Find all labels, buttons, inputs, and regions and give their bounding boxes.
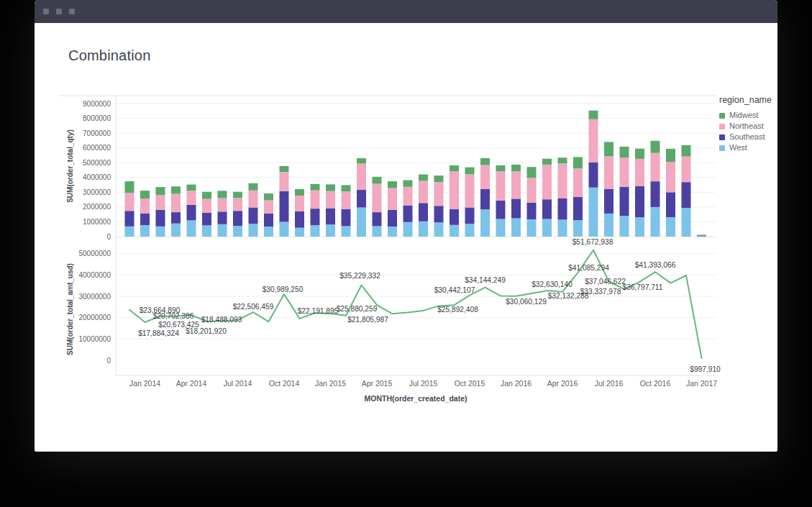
- bar-segment-midwest-dec-2015[interactable]: [496, 165, 506, 171]
- bar-segment-northeast-sep-2016[interactable]: [635, 159, 644, 186]
- bar-segment-southeast-jul-2015[interactable]: [419, 203, 428, 221]
- bar-segment-northeast-aug-2014[interactable]: [249, 191, 258, 208]
- bar-segment-midwest-feb-2016[interactable]: [527, 167, 537, 178]
- bar-segment-midwest-may-2016[interactable]: [573, 157, 583, 168]
- bar-segment-southeast-sep-2015[interactable]: [450, 209, 459, 225]
- bar-segment-southeast-mar-2016[interactable]: [542, 199, 552, 219]
- bar-segment-northeast-aug-2015[interactable]: [434, 182, 444, 206]
- bar-segment-southeast-nov-2015[interactable]: [480, 189, 490, 209]
- bar-segment-west-may-2014[interactable]: [202, 225, 211, 237]
- bar-segment-northeast-mar-2016[interactable]: [542, 165, 552, 199]
- bar-segment-northeast-feb-2015[interactable]: [342, 191, 351, 209]
- bar-segment-west-mar-2014[interactable]: [171, 224, 181, 237]
- bar-segment-midwest-dec-2016[interactable]: [682, 145, 691, 157]
- bar-segment-midwest-mar-2014[interactable]: [171, 186, 181, 193]
- bar-segment-midwest-dec-2013[interactable]: [125, 181, 134, 193]
- bar-segment-midwest-oct-2016[interactable]: [651, 141, 660, 153]
- bar-segment-west-sep-2014[interactable]: [264, 227, 273, 237]
- bar-segment-west-jan-2015[interactable]: [326, 224, 335, 237]
- bar-segment-northeast-aug-2016[interactable]: [620, 157, 629, 187]
- bar-segment-southeast-mar-2014[interactable]: [171, 212, 181, 224]
- bar-segment-west-nov-2016[interactable]: [666, 217, 675, 237]
- bar-segment-west-apr-2015[interactable]: [373, 226, 382, 237]
- bar-segment-southeast-oct-2014[interactable]: [280, 191, 289, 222]
- bar-segment-west-jul-2015[interactable]: [419, 221, 428, 237]
- bar-segment-west-aug-2016[interactable]: [620, 216, 629, 237]
- bar-segment-northeast-mar-2014[interactable]: [171, 193, 181, 212]
- bar-segment-northeast-oct-2016[interactable]: [651, 153, 660, 182]
- bar-segment-northeast-apr-2015[interactable]: [373, 183, 382, 212]
- bar-segment-northeast-nov-2015[interactable]: [480, 165, 490, 189]
- bar-segment-west-jun-2014[interactable]: [218, 224, 227, 237]
- bar-segment-northeast-dec-2016[interactable]: [682, 157, 691, 183]
- bar-segment-southeast-sep-2014[interactable]: [264, 214, 273, 227]
- window-button-1-icon[interactable]: [43, 9, 49, 14]
- bar-segment-northeast-jul-2014[interactable]: [233, 198, 242, 211]
- bar-segment-midwest-jan-2016[interactable]: [511, 165, 521, 171]
- bar-segment-midwest-jan-2014[interactable]: [140, 191, 150, 198]
- bar-segment-midwest-oct-2015[interactable]: [465, 168, 475, 175]
- bar-segment-west-may-2016[interactable]: [573, 220, 583, 237]
- bar-segment-west-feb-2014[interactable]: [156, 227, 165, 237]
- bar-segment-southeast-dec-2015[interactable]: [496, 201, 506, 219]
- bar-segment-southeast-feb-2015[interactable]: [342, 209, 351, 227]
- bar-segment-midwest-aug-2016[interactable]: [620, 147, 629, 157]
- bar-segment-southeast-nov-2014[interactable]: [295, 211, 304, 228]
- bar-segment-west-jan-2014[interactable]: [140, 225, 150, 237]
- bar-segment-southeast-oct-2016[interactable]: [651, 181, 660, 207]
- bar-segment-west-may-2015[interactable]: [388, 227, 397, 237]
- bar-segment-northeast-jul-2016[interactable]: [604, 157, 613, 189]
- bar-segment-northeast-may-2015[interactable]: [388, 188, 397, 209]
- bar-segment-southeast-may-2016[interactable]: [573, 197, 583, 220]
- window-button-2-icon[interactable]: [56, 9, 62, 14]
- bar-segment-northeast-may-2016[interactable]: [573, 168, 583, 197]
- bar-segment-midwest-mar-2016[interactable]: [542, 159, 552, 165]
- bar-segment-southeast-apr-2016[interactable]: [558, 198, 567, 220]
- bar-segment-west-oct-2016[interactable]: [651, 207, 660, 237]
- bar-segment-northeast-jan-2016[interactable]: [511, 171, 521, 198]
- bar-segment-midwest-nov-2014[interactable]: [295, 189, 304, 196]
- legend-item-midwest[interactable]: Midwest: [719, 111, 777, 119]
- bar-segment-west-sep-2015[interactable]: [450, 225, 459, 237]
- bar-segment-southeast-jul-2014[interactable]: [233, 211, 242, 226]
- bar-segment-southeast-jun-2014[interactable]: [218, 211, 227, 224]
- bar-segment-midwest-feb-2015[interactable]: [342, 186, 351, 192]
- bar-segment-northeast-oct-2015[interactable]: [465, 175, 475, 208]
- bar-segment-southeast-nov-2016[interactable]: [666, 192, 675, 217]
- bar-segment-southeast-jun-2016[interactable]: [589, 163, 598, 188]
- bar-segment-southeast-jul-2016[interactable]: [604, 189, 613, 214]
- bar-segment-southeast-mar-2015[interactable]: [357, 190, 366, 208]
- bar-segment-midwest-jan-2017[interactable]: [697, 235, 706, 236]
- bar-segment-west-jul-2016[interactable]: [604, 214, 613, 237]
- bar-segment-midwest-jun-2015[interactable]: [403, 181, 413, 187]
- bar-segment-northeast-dec-2013[interactable]: [125, 193, 134, 211]
- bar-segment-midwest-jul-2015[interactable]: [419, 175, 428, 181]
- bar-segment-west-oct-2014[interactable]: [280, 221, 289, 237]
- bar-segment-southeast-apr-2015[interactable]: [373, 212, 382, 226]
- bar-segment-southeast-dec-2013[interactable]: [125, 211, 134, 227]
- bar-segment-midwest-aug-2014[interactable]: [249, 183, 258, 191]
- bar-segment-northeast-nov-2016[interactable]: [666, 162, 675, 192]
- bar-segment-midwest-feb-2014[interactable]: [156, 187, 165, 195]
- bar-segment-midwest-sep-2014[interactable]: [264, 193, 273, 201]
- bar-segment-west-dec-2016[interactable]: [682, 208, 691, 237]
- legend-item-northeast[interactable]: Northeast: [719, 122, 777, 130]
- bar-segment-midwest-sep-2015[interactable]: [450, 165, 459, 171]
- bar-segment-west-apr-2014[interactable]: [187, 220, 196, 237]
- bar-segment-midwest-may-2014[interactable]: [202, 192, 211, 199]
- bar-segment-west-aug-2015[interactable]: [434, 223, 444, 237]
- bar-segment-west-dec-2014[interactable]: [311, 225, 320, 237]
- bar-segment-west-jun-2015[interactable]: [403, 222, 413, 237]
- bar-segment-southeast-jun-2015[interactable]: [403, 206, 413, 222]
- bar-segment-northeast-nov-2014[interactable]: [295, 196, 304, 211]
- bar-segment-west-apr-2016[interactable]: [558, 219, 567, 237]
- bar-segment-west-jan-2016[interactable]: [511, 219, 521, 237]
- bar-segment-northeast-apr-2016[interactable]: [558, 164, 567, 198]
- bar-segment-southeast-aug-2016[interactable]: [620, 187, 629, 216]
- bar-segment-midwest-jul-2014[interactable]: [233, 192, 242, 198]
- bar-segment-midwest-apr-2014[interactable]: [187, 185, 196, 191]
- bar-segment-northeast-jul-2015[interactable]: [419, 181, 428, 204]
- bar-segment-northeast-jun-2016[interactable]: [589, 119, 598, 163]
- bar-segment-southeast-apr-2014[interactable]: [187, 205, 196, 221]
- bar-segment-northeast-jun-2014[interactable]: [218, 198, 227, 211]
